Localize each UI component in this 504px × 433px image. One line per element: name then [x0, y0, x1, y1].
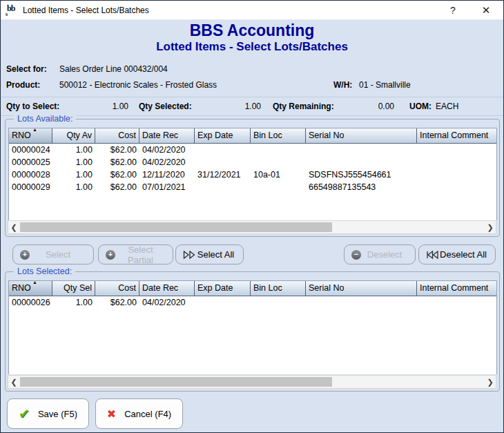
table-cell: 1.00: [52, 156, 95, 169]
table-cell: 04/02/2020: [139, 156, 195, 169]
double-right-arrow-icon: [183, 251, 195, 259]
cross-icon: ✖: [107, 407, 116, 421]
sort-ascending-icon: ▲: [32, 128, 37, 133]
scroll-left-icon[interactable]: ❮: [8, 376, 19, 388]
deselect-all-button[interactable]: Deselect All: [418, 244, 496, 264]
circle-plus-icon: +: [20, 250, 30, 260]
scroll-right-icon[interactable]: ❯: [485, 376, 496, 388]
circle-minus-icon: −: [351, 250, 361, 260]
column-header-internal-comment[interactable]: Internal Comment: [417, 128, 496, 144]
column-header-exp-date[interactable]: Exp Date: [195, 128, 251, 144]
scroll-right-icon[interactable]: ❯: [485, 221, 496, 233]
table-cell: 31/12/2021: [195, 169, 251, 181]
table-cell: [195, 156, 251, 169]
select-button[interactable]: + Select: [12, 244, 94, 264]
divider: [1, 97, 504, 97]
table-cell: [195, 144, 251, 156]
product-label: Product:: [6, 80, 40, 90]
help-button[interactable]: ?: [441, 1, 465, 20]
table-row[interactable]: 000000291.00$62.0007/01/2021665498871355…: [9, 181, 496, 193]
select-partial-button[interactable]: + Select Partial: [98, 244, 173, 264]
double-left-arrow-icon: [426, 251, 438, 259]
table-cell: [251, 181, 306, 193]
qty-remaining-label: Qty Remaining:: [273, 102, 334, 111]
title-bar[interactable]: bb s Lotted Items - Select Lots/Batches …: [1, 1, 503, 20]
table-cell: 00000028: [9, 169, 52, 181]
table-row[interactable]: 000000251.00$62.0004/02/2020: [9, 156, 496, 169]
table-cell: 00000025: [9, 156, 52, 169]
sort-ascending-icon: ▲: [32, 281, 37, 286]
table-cell: [306, 144, 417, 156]
table-cell: 10a-01: [251, 169, 306, 181]
table-cell: [251, 156, 306, 169]
column-header-qty-sel[interactable]: Qty Sel: [52, 281, 95, 296]
qty-selected-value: 1.00: [215, 102, 261, 111]
table-cell: 04/02/2020: [139, 296, 195, 309]
column-header-bin-loc[interactable]: Bin Loc: [251, 281, 306, 296]
lots-available-group: Lots Available: RNO▲Qty AvCostDate RecEx…: [5, 119, 500, 237]
table-row[interactable]: 000000281.00$62.0012/11/202031/12/202110…: [9, 169, 496, 181]
table-row[interactable]: 000000261.00$62.0004/02/2020: [9, 296, 496, 309]
qty-to-select-value: 1.00: [84, 102, 128, 111]
qty-remaining-value: 0.00: [349, 102, 394, 111]
lots-selected-group-label: Lots Selected:: [14, 267, 75, 276]
table-cell: 07/01/2021: [139, 181, 195, 193]
dialog-window: bb s Lotted Items - Select Lots/Batches …: [0, 0, 504, 433]
lots-available-group-label: Lots Available:: [14, 114, 76, 124]
column-header-rno[interactable]: RNO▲: [9, 281, 52, 296]
lots-selected-hscrollbar[interactable]: ❮ ❯: [8, 375, 496, 389]
bbs-app-icon: bb s: [5, 4, 19, 17]
table-cell: 1.00: [52, 169, 95, 181]
column-header-bin-loc[interactable]: Bin Loc: [251, 128, 306, 144]
table-cell: $62.00: [95, 296, 139, 309]
product-value: 500012 - Electronic Scales - Frosted Gla…: [59, 80, 217, 90]
table-cell: [251, 144, 306, 156]
column-header-serial-no[interactable]: Serial No: [306, 128, 417, 144]
table-cell: 00000026: [9, 296, 52, 309]
table-cell: 12/11/2020: [139, 169, 195, 181]
select-for-label: Select for:: [6, 64, 47, 74]
close-icon[interactable]: ✕: [474, 1, 498, 20]
deselect-button[interactable]: − Deselect: [344, 244, 416, 264]
page-title: Lotted Items - Select Lots/Batches: [1, 40, 503, 54]
table-cell: [417, 156, 496, 169]
table-cell: 1.00: [52, 296, 95, 309]
select-all-button[interactable]: Select All: [175, 244, 244, 264]
column-header-cost[interactable]: Cost: [95, 128, 139, 144]
table-cell: SDSFNSJ555454661: [306, 169, 417, 181]
circle-plus-icon: +: [106, 250, 115, 260]
window-title: Lotted Items - Select Lots/Batches: [23, 6, 149, 15]
column-header-exp-date[interactable]: Exp Date: [195, 281, 251, 296]
lots-available-table: RNO▲Qty AvCostDate RecExp DateBin LocSer…: [8, 128, 497, 220]
column-header-internal-comment[interactable]: Internal Comment: [417, 281, 496, 296]
scrollbar-thumb[interactable]: [20, 222, 332, 232]
column-header-cost[interactable]: Cost: [95, 281, 139, 296]
save-button[interactable]: ✔ Save (F5): [7, 398, 89, 429]
column-header-date-rec[interactable]: Date Rec: [139, 281, 195, 296]
table-cell: [306, 156, 417, 169]
cancel-button[interactable]: ✖ Cancel (F4): [95, 398, 183, 429]
table-cell: 00000029: [9, 181, 52, 193]
select-for-value: Sales Order Line 000432/004: [59, 64, 168, 74]
column-header-date-rec[interactable]: Date Rec: [139, 128, 195, 144]
table-cell: [195, 296, 251, 309]
table-row[interactable]: 000000241.00$62.0004/02/2020: [9, 144, 496, 156]
scroll-left-icon[interactable]: ❮: [8, 221, 19, 233]
column-header-serial-no[interactable]: Serial No: [306, 281, 417, 296]
scrollbar-thumb[interactable]: [20, 377, 332, 387]
lots-selected-group: Lots Selected: RNO▲Qty SelCostDate RecEx…: [5, 271, 500, 392]
table-cell: [417, 296, 496, 309]
table-cell: [306, 296, 417, 309]
table-cell: 66549887135543: [306, 181, 417, 193]
column-header-rno[interactable]: RNO▲: [9, 128, 52, 144]
table-cell: [417, 169, 496, 181]
table-cell: [251, 296, 306, 309]
lots-available-hscrollbar[interactable]: ❮ ❯: [8, 220, 496, 234]
table-cell: $62.00: [95, 156, 139, 169]
column-header-qty-av[interactable]: Qty Av: [52, 128, 95, 144]
uom-value: EACH: [436, 102, 458, 111]
table-cell: $62.00: [95, 144, 139, 156]
table-cell: 00000024: [9, 144, 52, 156]
table-cell: [195, 181, 251, 193]
uom-label: UOM:: [409, 102, 432, 111]
